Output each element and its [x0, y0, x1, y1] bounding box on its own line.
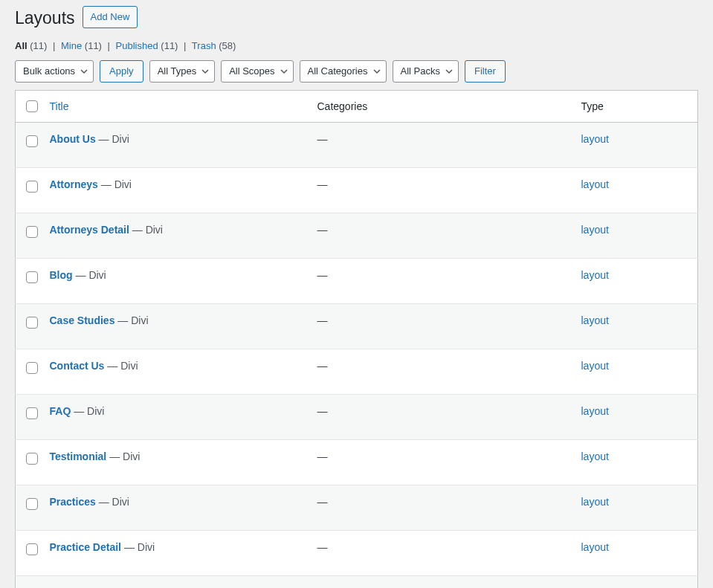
row-title-cell: Attorneys — Divi — [42, 167, 310, 213]
row-type-link[interactable]: layout — [581, 314, 609, 326]
row-type-link[interactable]: layout — [581, 450, 609, 462]
row-checkbox-cell — [16, 394, 42, 439]
row-checkbox-cell — [16, 485, 42, 530]
table-row: Contact Us — Divi—layout — [16, 349, 698, 394]
row-title-cell: Contact Us — Divi — [42, 349, 310, 394]
bulk-actions-label: Bulk actions — [23, 61, 75, 82]
row-title-link[interactable]: Attorneys Detail — [50, 224, 129, 236]
row-title-suffix: — Divi — [96, 496, 129, 508]
row-type-cell: layout — [574, 530, 698, 575]
separator: | — [181, 40, 189, 51]
row-checkbox[interactable] — [26, 271, 38, 283]
row-title-cell: FAQ — Divi — [42, 394, 310, 439]
row-type-link[interactable]: layout — [581, 496, 609, 508]
row-title-cell: Attorneys Detail — Divi — [42, 213, 310, 258]
apply-button[interactable]: Apply — [100, 60, 143, 83]
row-categories-cell: — — [310, 213, 574, 258]
add-new-button[interactable]: Add New — [83, 6, 138, 28]
filter-trash-count: (58) — [219, 40, 236, 51]
all-scopes-label: All Scopes — [229, 61, 274, 82]
table-body: About Us — Divi—layoutAttorneys — Divi—l… — [16, 122, 698, 588]
row-checkbox-cell — [16, 575, 42, 588]
separator: | — [105, 40, 113, 51]
row-checkbox[interactable] — [26, 135, 38, 147]
row-categories-cell: — — [310, 349, 574, 394]
row-title-link[interactable]: Blog — [50, 269, 73, 281]
filter-all[interactable]: All (11) — [15, 40, 50, 51]
all-categories-select[interactable]: All Categories — [300, 60, 387, 83]
row-title-suffix: — Divi — [106, 450, 140, 462]
all-types-select[interactable]: All Types — [149, 60, 216, 83]
row-checkbox-cell — [16, 167, 42, 213]
row-title-cell: Practice Detail — Divi — [42, 530, 310, 575]
filter-all-label: All — [15, 40, 28, 51]
row-categories-cell: — — [310, 485, 574, 530]
filter-all-count: (11) — [30, 40, 47, 51]
row-title-link[interactable]: About Us — [50, 133, 96, 145]
row-type-link[interactable]: layout — [581, 224, 609, 236]
all-scopes-select[interactable]: All Scopes — [221, 60, 293, 83]
table-nav: Bulk actions Apply All Types All Scopes … — [15, 60, 698, 83]
row-categories-cell: — — [310, 394, 574, 439]
row-title-link[interactable]: FAQ — [50, 405, 71, 417]
header-title[interactable]: Title — [42, 90, 310, 122]
row-checkbox-cell — [16, 213, 42, 258]
row-title-cell: Practices — Divi — [42, 485, 310, 530]
filter-published-label: Published — [116, 40, 158, 51]
row-type-link[interactable]: layout — [581, 269, 609, 281]
row-type-link[interactable]: layout — [581, 360, 609, 372]
table-row: Attorneys Detail — Divi—layout — [16, 213, 698, 258]
row-type-link[interactable]: layout — [581, 178, 609, 190]
header-title-label: Title — [50, 100, 69, 112]
row-type-cell: layout — [574, 213, 698, 258]
row-title-link[interactable]: Attorneys — [50, 178, 98, 190]
chevron-down-icon — [280, 67, 288, 76]
row-title-link[interactable]: Practices — [50, 496, 96, 508]
filter-trash[interactable]: Trash (58) — [192, 40, 236, 51]
chevron-down-icon — [445, 67, 454, 76]
row-title-link[interactable]: Case Studies — [50, 314, 115, 326]
filter-button[interactable]: Filter — [465, 60, 506, 83]
row-title-link[interactable]: Testimonial — [50, 450, 107, 462]
row-title-suffix: — Divi — [96, 133, 129, 145]
row-checkbox[interactable] — [26, 543, 38, 555]
row-categories-cell: — — [310, 303, 574, 349]
row-title-suffix: — Divi — [121, 541, 155, 553]
row-type-cell: layout — [574, 485, 698, 530]
bulk-actions-select[interactable]: Bulk actions — [15, 60, 94, 83]
row-checkbox[interactable] — [26, 181, 38, 193]
row-title-link[interactable]: Contact Us — [50, 360, 105, 372]
row-checkbox-cell — [16, 122, 42, 167]
row-checkbox[interactable] — [26, 407, 38, 419]
row-type-cell: layout — [574, 258, 698, 303]
row-checkbox-cell — [16, 439, 42, 485]
row-title-suffix: — Divi — [71, 405, 104, 417]
all-packs-label: All Packs — [401, 61, 440, 82]
row-type-link[interactable]: layout — [581, 405, 609, 417]
row-title-link[interactable]: Practice Detail — [50, 541, 122, 553]
row-checkbox[interactable] — [26, 226, 38, 238]
filter-mine[interactable]: Mine (11) — [61, 40, 105, 51]
row-type-cell: layout — [574, 167, 698, 213]
table-row: FAQ — Divi—layout — [16, 394, 698, 439]
all-types-label: All Types — [158, 61, 197, 82]
all-packs-select[interactable]: All Packs — [393, 60, 459, 83]
filter-published[interactable]: Published (11) — [116, 40, 181, 51]
row-checkbox[interactable] — [26, 453, 38, 465]
row-checkbox[interactable] — [26, 317, 38, 329]
page-title: Layouts — [15, 8, 75, 28]
header-row: Layouts Add New — [15, 7, 698, 30]
table-row: About Us — Divi—layout — [16, 122, 698, 167]
row-categories-cell: — — [310, 575, 574, 588]
view-filters: All (11) | Mine (11) | Published (11) | … — [15, 40, 698, 51]
row-checkbox[interactable] — [26, 498, 38, 510]
table-head: Title Categories Type — [16, 90, 698, 122]
table-row: Blog — Divi—layout — [16, 258, 698, 303]
table-row: Case Studies — Divi—layout — [16, 303, 698, 349]
select-all-checkbox[interactable] — [26, 100, 38, 112]
row-checkbox[interactable] — [26, 362, 38, 374]
row-type-link[interactable]: layout — [581, 541, 609, 553]
row-categories-cell: — — [310, 439, 574, 485]
table-row: Attorneys — Divi—layout — [16, 167, 698, 213]
row-type-link[interactable]: layout — [581, 133, 609, 145]
